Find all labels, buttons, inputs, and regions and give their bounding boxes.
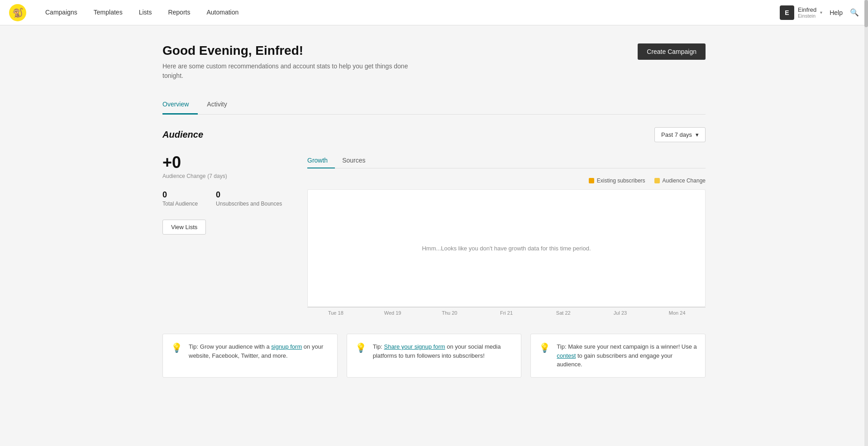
tip-card-2: 💡 Tip: Make sure your next campaign is a… [530, 334, 706, 378]
chart-container: Hmm...Looks like you don't have growth d… [307, 189, 706, 307]
nav-links: Campaigns Templates Lists Reports Automa… [37, 0, 780, 25]
nav-logo[interactable]: 🐒 [9, 4, 26, 21]
x-label-0: Tue 18 [307, 310, 364, 316]
tip-icon-1: 💡 [355, 342, 367, 353]
period-dropdown[interactable]: Past 7 days ▾ [654, 127, 706, 142]
view-lists-button[interactable]: View Lists [162, 220, 206, 235]
nav-chevron-icon: ▾ [820, 10, 822, 15]
nav-username: Einfred [798, 6, 816, 13]
greeting-block: Good Evening, Einfred! Here are some cus… [162, 43, 408, 81]
nav-user-menu[interactable]: E Einfred Einstein ▾ [780, 5, 822, 20]
x-label-6: Mon 24 [649, 310, 706, 316]
audience-section-title: Audience [162, 129, 203, 140]
tips-row: 💡 Tip: Grow your audience with a signup … [162, 334, 706, 378]
scrollbar-thumb[interactable] [864, 0, 868, 27]
nav-bar: 🐒 Campaigns Templates Lists Reports Auto… [0, 0, 868, 25]
main-content: Good Evening, Einfred! Here are some cus… [149, 25, 719, 396]
greeting-subtitle: Here are some custom recommendations and… [162, 62, 408, 81]
unsubscribes-label: Unsubscribes and Bounces [216, 201, 282, 207]
tab-activity[interactable]: Activity [207, 95, 236, 115]
page-header: Good Evening, Einfred! Here are some cus… [162, 43, 706, 81]
chart-tab-sources[interactable]: Sources [342, 153, 372, 168]
x-label-3: Fri 21 [478, 310, 535, 316]
period-chevron-icon: ▾ [696, 131, 699, 138]
legend-existing-subscribers: Existing subscribers [589, 177, 645, 184]
nav-user-info: Einfred Einstein [798, 6, 816, 19]
nav-templates[interactable]: Templates [86, 0, 131, 25]
total-audience-stat: 0 Total Audience [162, 190, 198, 207]
tip-card-0: 💡 Tip: Grow your audience with a signup … [162, 334, 338, 378]
legend-audience-change: Audience Change [654, 177, 706, 184]
audience-stats: +0 Audience Change (7 days) 0 Total Audi… [162, 153, 289, 316]
nav-help-link[interactable]: Help [830, 9, 843, 16]
legend-existing-label: Existing subscribers [597, 177, 645, 184]
nav-campaigns[interactable]: Campaigns [37, 0, 86, 25]
legend-change-label: Audience Change [663, 177, 706, 184]
stats-row: 0 Total Audience 0 Unsubscribes and Boun… [162, 190, 289, 207]
x-label-4: Sat 22 [535, 310, 592, 316]
tabs-bar: Overview Activity [162, 95, 706, 115]
audience-section-header: Audience Past 7 days ▾ [162, 127, 706, 142]
tip-text-1: Tip: Share your signup form on your soci… [373, 342, 513, 360]
unsubscribes-stat: 0 Unsubscribes and Bounces [216, 190, 282, 207]
nav-user-subtitle: Einstein [798, 13, 816, 19]
tip-icon-0: 💡 [171, 342, 182, 353]
total-audience-value: 0 [162, 190, 198, 200]
tab-overview[interactable]: Overview [162, 95, 198, 115]
nav-avatar: E [780, 5, 794, 20]
tip-icon-2: 💡 [539, 342, 550, 353]
chart-tab-growth[interactable]: Growth [307, 153, 335, 168]
nav-automation[interactable]: Automation [198, 0, 247, 25]
audience-body: +0 Audience Change (7 days) 0 Total Audi… [162, 153, 706, 316]
tip-link-0[interactable]: signup form [271, 343, 302, 350]
chart-empty-message: Hmm...Looks like you don't have growth d… [422, 245, 591, 252]
nav-right: E Einfred Einstein ▾ Help 🔍 [780, 5, 859, 20]
x-label-1: Wed 19 [364, 310, 421, 316]
greeting-title: Good Evening, Einfred! [162, 43, 408, 58]
audience-change-value: +0 [162, 153, 289, 172]
x-label-5: Jul 23 [592, 310, 649, 316]
x-label-2: Thu 20 [421, 310, 478, 316]
chart-x-axis: Tue 18 Wed 19 Thu 20 Fri 21 Sat 22 Jul 2… [307, 307, 706, 316]
audience-change-label: Audience Change (7 days) [162, 172, 289, 179]
tip-text-0: Tip: Grow your audience with a signup fo… [189, 342, 329, 360]
nav-search-icon[interactable]: 🔍 [850, 8, 859, 17]
tip-card-1: 💡 Tip: Share your signup form on your so… [347, 334, 522, 378]
period-label: Past 7 days [661, 131, 692, 138]
scrollbar[interactable] [864, 0, 868, 396]
legend-existing-dot [589, 178, 594, 183]
legend-change-dot [654, 178, 660, 183]
chart-legend: Existing subscribers Audience Change [307, 177, 706, 184]
nav-reports[interactable]: Reports [160, 0, 198, 25]
total-audience-label: Total Audience [162, 201, 198, 207]
nav-lists[interactable]: Lists [131, 0, 160, 25]
tip-link-1[interactable]: Share your signup form [384, 343, 445, 350]
chart-tabs: Growth Sources [307, 153, 706, 168]
tip-text-2: Tip: Make sure your next campaign is a w… [557, 342, 697, 369]
create-campaign-button[interactable]: Create Campaign [638, 43, 706, 60]
tip-link-2[interactable]: contest [557, 352, 576, 359]
unsubscribes-value: 0 [216, 190, 282, 200]
chart-area: Growth Sources Existing subscribers Audi… [307, 153, 706, 316]
